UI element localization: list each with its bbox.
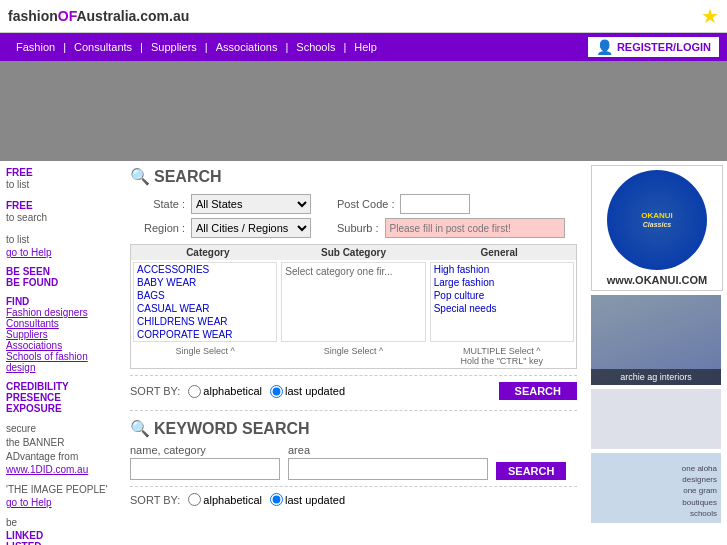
- keyword-inputs-row: name, category area SEARCH: [130, 444, 577, 480]
- ad-small[interactable]: [591, 389, 721, 449]
- kw-name-label: name, category: [130, 444, 280, 456]
- gen-item-large-fashion[interactable]: Large fashion: [431, 276, 573, 289]
- sort-updated-label[interactable]: last updated: [270, 385, 345, 398]
- ad-bottom[interactable]: one alohadesignersone gramboutiquesschoo…: [591, 453, 721, 523]
- site-logo: fashionOFAustralia.com.au: [8, 8, 189, 24]
- ad-bottom-text: one alohadesignersone gramboutiquesschoo…: [682, 463, 717, 519]
- kw-sort-alpha-radio[interactable]: [188, 493, 201, 506]
- category-footer: Single Select ^ Single Select ^ MULTIPLE…: [131, 344, 576, 368]
- arch-ad[interactable]: archie ag interiors: [591, 295, 721, 385]
- nav-help[interactable]: Help: [346, 39, 385, 55]
- banner-img-2: [125, 61, 227, 161]
- subcategory-placeholder: Select category one fir...: [282, 263, 424, 280]
- kw-sort-updated-radio[interactable]: [270, 493, 283, 506]
- logo-fashion: fashion: [8, 8, 58, 24]
- state-postcode-row: State : All States NSWVICQLDSAWATASACTNT…: [130, 194, 577, 214]
- cat-footer-single2: Single Select ^: [279, 344, 427, 368]
- nav-suppliers[interactable]: Suppliers: [143, 39, 205, 55]
- kw-sort-alpha-label[interactable]: alphabetical: [188, 493, 262, 506]
- search-magnifier-icon: 🔍: [130, 167, 150, 186]
- region-label: Region :: [130, 222, 185, 234]
- kw-search-button[interactable]: SEARCH: [496, 462, 566, 480]
- kw-sort-row: SORT BY: alphabetical last updated: [130, 486, 577, 506]
- sidebar-consultants[interactable]: Consultants: [6, 318, 114, 329]
- kw-area-col: area: [288, 444, 488, 480]
- kw-search-icon: 🔍: [130, 419, 150, 438]
- header: fashionOFAustralia.com.au ★: [0, 0, 727, 33]
- general-list[interactable]: High fashion Large fashion Pop culture S…: [430, 262, 574, 342]
- suburb-input[interactable]: [385, 218, 565, 238]
- sort-updated-radio[interactable]: [270, 385, 283, 398]
- header-star: ★: [701, 4, 719, 28]
- gen-item-special-needs[interactable]: Special needs: [431, 302, 573, 315]
- search-button[interactable]: SEARCH: [499, 382, 577, 400]
- cat-item-baby-wear[interactable]: BABY WEAR: [134, 276, 276, 289]
- sort-search-row: SORT BY: alphabetical last updated SEARC…: [130, 375, 577, 400]
- sidebar-fashion-designers[interactable]: Fashion designers: [6, 307, 114, 318]
- sidebar-suppliers[interactable]: Suppliers: [6, 329, 114, 340]
- search-title: SEARCH: [154, 168, 222, 186]
- gen-item-high-fashion[interactable]: High fashion: [431, 263, 573, 276]
- category-header: Category Sub Category General: [131, 245, 576, 260]
- postcode-label: Post Code :: [337, 198, 394, 210]
- okanui-logo: OKANUI Classics: [607, 170, 707, 270]
- okanui-ad[interactable]: OKANUI Classics www.OKANUI.COM: [591, 165, 723, 291]
- cat-item-bags[interactable]: BAGS: [134, 289, 276, 302]
- state-label: State :: [130, 198, 185, 210]
- subcategory-list[interactable]: Select category one fir...: [281, 262, 425, 342]
- banner-img-3: [227, 61, 341, 161]
- category-section: Category Sub Category General ACCESSORIE…: [130, 244, 577, 369]
- logo-aus: Australia.com.au: [76, 8, 189, 24]
- main-layout: FREE to list FREE to search to list go t…: [0, 161, 727, 545]
- postcode-input[interactable]: [400, 194, 470, 214]
- region-select[interactable]: All Cities / Regions: [191, 218, 311, 238]
- sidebar-image-help[interactable]: go to Help: [6, 497, 114, 508]
- right-ad-column: OKANUI Classics www.OKANUI.COM archie ag…: [587, 161, 727, 545]
- keyword-search-title: KEYWORD SEARCH: [154, 420, 310, 438]
- sort-alpha-radio[interactable]: [188, 385, 201, 398]
- banner-img-5: [488, 61, 624, 161]
- nav-fashion[interactable]: Fashion: [8, 39, 63, 55]
- category-list[interactable]: ACCESSORIES BABY WEAR BAGS CASUAL WEAR C…: [133, 262, 277, 342]
- cat-footer-multiple: MULTIPLE Select ^: [430, 346, 574, 356]
- sidebar-to-list: to list: [6, 178, 114, 192]
- region-suburb-row: Region : All Cities / Regions Suburb :: [130, 218, 577, 238]
- main-content: 🔍 SEARCH State : All States NSWVICQLDSAW…: [120, 161, 587, 545]
- nav-schools[interactable]: Schools: [288, 39, 343, 55]
- state-select[interactable]: All States NSWVICQLDSAWATASACTNT: [191, 194, 311, 214]
- sidebar-go-help[interactable]: go to Help: [6, 247, 114, 258]
- sidebar-free-list: FREE to list: [6, 167, 114, 192]
- banner-img-6: [625, 61, 727, 161]
- banner-img-1: [0, 61, 125, 161]
- search-section-header: 🔍 SEARCH: [130, 167, 577, 186]
- sidebar-free-search-title: FREE: [6, 200, 114, 211]
- keyword-search-header: 🔍 KEYWORD SEARCH: [130, 410, 577, 438]
- kw-name-input[interactable]: [130, 458, 280, 480]
- kw-area-label: area: [288, 444, 488, 456]
- kw-sort-updated-label[interactable]: last updated: [270, 493, 345, 506]
- sort-alpha-label[interactable]: alphabetical: [188, 385, 262, 398]
- cat-item-accessories[interactable]: ACCESSORIES: [134, 263, 276, 276]
- general-col-title: General: [426, 247, 572, 258]
- cat-item-corporate-wear[interactable]: CORPORATE WEAR: [134, 328, 276, 341]
- kw-area-input[interactable]: [288, 458, 488, 480]
- banner-img-4: [341, 61, 489, 161]
- sidebar-to-search: to search: [6, 211, 114, 225]
- category-body: ACCESSORIES BABY WEAR BAGS CASUAL WEAR C…: [131, 260, 576, 344]
- cat-item-childrens-wear[interactable]: CHILDRENS WEAR: [134, 315, 276, 328]
- logo-of: OF: [58, 8, 77, 24]
- nav-consultants[interactable]: Consultants: [66, 39, 140, 55]
- sidebar-associations[interactable]: Associations: [6, 340, 114, 351]
- sidebar-1did-link[interactable]: www.1DID.com.au: [6, 464, 114, 475]
- subcategory-col-title: Sub Category: [281, 247, 427, 258]
- okanui-url: www.OKANUI.COM: [596, 274, 718, 286]
- category-col-title: Category: [135, 247, 281, 258]
- kw-name-col: name, category: [130, 444, 280, 480]
- cat-item-casual-wear[interactable]: CASUAL WEAR: [134, 302, 276, 315]
- gen-item-pop-culture[interactable]: Pop culture: [431, 289, 573, 302]
- sidebar-free-search: FREE to search: [6, 200, 114, 225]
- sidebar-schools[interactable]: Schools of fashion design: [6, 351, 114, 373]
- nav-associations[interactable]: Associations: [208, 39, 286, 55]
- register-login-button[interactable]: 👤 REGISTER/LOGIN: [588, 37, 719, 57]
- cat-footer-single1: Single Select ^: [131, 344, 279, 368]
